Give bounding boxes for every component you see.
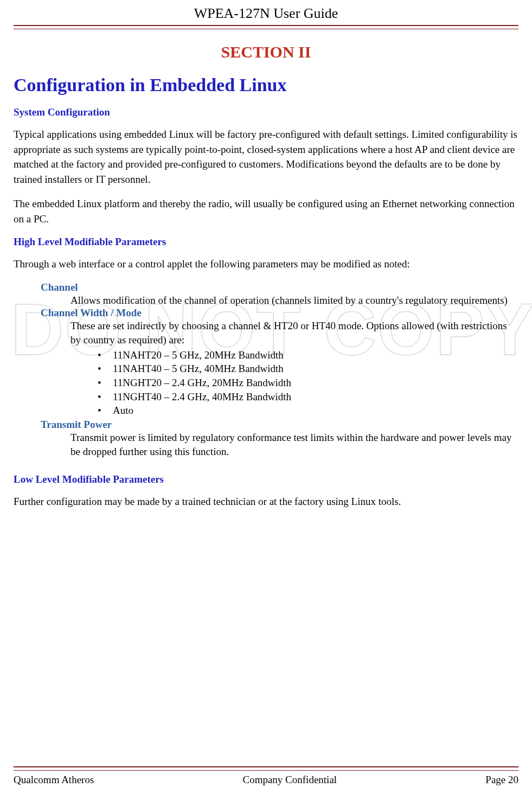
section-label: SECTION II [14,43,518,61]
param-channel-width-name: Channel Width / Mode [41,307,518,319]
header-rule [14,25,518,29]
footer-right: Page 20 [485,774,518,786]
system-config-para1: Typical applications using embedded Linu… [14,127,518,187]
system-config-para2: The embedded Linux platform and thereby … [14,196,518,226]
footer-left: Qualcomm Atheros [14,774,94,786]
high-level-heading: High Level Modifiable Parameters [14,236,518,248]
high-level-intro: Through a web interface or a control app… [14,257,518,272]
list-item: Auto [98,404,518,418]
page-footer: Qualcomm Atheros Company Confidential Pa… [14,766,518,786]
channel-width-options: 11NAHT20 – 5 GHz, 20MHz Bandwidth 11NAHT… [98,348,518,418]
list-item: 11NAHT20 – 5 GHz, 20MHz Bandwidth [98,348,518,362]
param-transmit-power-desc: Transmit power is limited by regulatory … [70,431,518,458]
param-channel-desc: Allows modification of the channel of op… [70,293,518,308]
low-level-para: Further configuration may be made by a t… [14,494,518,509]
list-item: 11NAHT40 – 5 GHz, 40MHz Bandwidth [98,362,518,376]
list-item: 11NGHT40 – 2.4 GHz, 40MHz Bandwidth [98,390,518,404]
list-item: 11NGHT20 – 2.4 GHz, 20MHz Bandwidth [98,376,518,390]
param-transmit-power-name: Transmit Power [41,419,518,431]
main-heading: Configuration in Embedded Linux [14,75,518,95]
system-config-heading: System Configuration [14,106,518,118]
param-channel-name: Channel [41,281,518,293]
footer-center: Company Confidential [242,774,337,786]
footer-rule [14,766,518,771]
param-channel-width-desc: These are set indirectly by choosing a c… [70,319,518,347]
document-header-title: WPEA-127N User Guide [14,5,518,22]
low-level-heading: Low Level Modifiable Parameters [14,473,518,485]
